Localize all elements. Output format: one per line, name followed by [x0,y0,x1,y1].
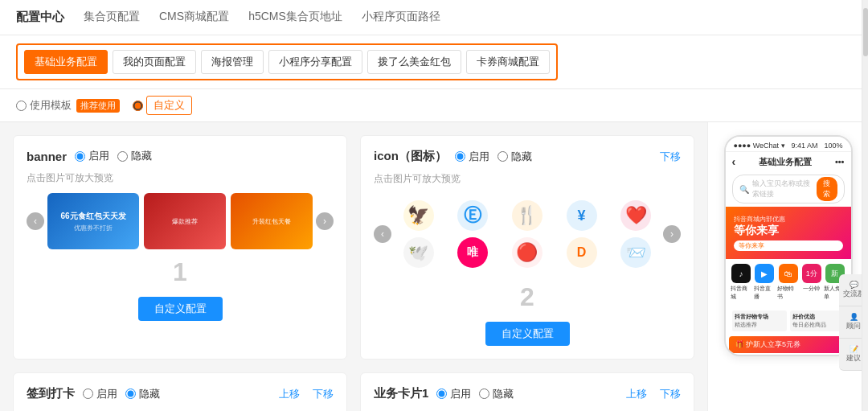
icon-prev[interactable]: ‹ [374,225,391,243]
icon-item-7[interactable]: 唯 [449,237,497,268]
toolbar: 基础业务配置 我的页面配置 海报管理 小程序分享配置 拨了么美金红包 卡券商城配… [0,35,868,89]
phone-time: 9:41 AM [792,142,818,150]
icon-bird: 🕊️ [403,237,434,268]
icon-d: D [567,237,597,268]
phone-banner-sub: 抖音商城内部优惠 [734,215,843,224]
phone-icon-label-2: 抖音直播 [754,285,776,301]
phone-icon-live: ▶ [755,264,774,283]
biz-down-link[interactable]: 下移 [660,387,681,401]
promo-title-1: 抖音好物专场 [735,313,784,321]
phone-coupon: 🎁 护新人立享5元券 [729,336,848,353]
nav-item-2[interactable]: CMS商城配置 [159,0,229,35]
icon-meituan: 🔴 [512,237,542,268]
phone-icon-label-4: 一分钟 [803,285,820,293]
banner-num-area: 1 自定义配置 [27,257,334,321]
main-content: banner 启用 隐藏 点击图片可放大预览 ‹ 66元食红包天 [0,122,868,411]
icon-radio-off[interactable]: 隐藏 [497,150,532,164]
nav-item-1[interactable]: 集合页配置 [84,0,140,35]
banner-img-3[interactable]: 升装红包天餐 [231,193,313,249]
top-nav: 配置中心 集合页配置 CMS商城配置 h5CMS集合页地址 小程序页面路径 [0,0,868,35]
icon-next[interactable]: › [663,225,681,243]
cards-grid: banner 启用 隐藏 点击图片可放大预览 ‹ 66元食红包天 [13,135,694,360]
banner-img-2[interactable]: 爆款推荐 [144,193,226,249]
phone-title-bar: ‹ 基础业务配置 ••• [726,152,851,171]
icon-item-6[interactable]: 🕊️ [395,237,443,268]
phone-carrier: ●●●● WeChat ▾ [734,142,785,150]
phone-icon-label-1: 抖音商城 [731,285,752,301]
promo-title-2: 好价优选 [792,313,842,321]
business-title: 业务卡片1 [374,386,428,401]
btn-mypage[interactable]: 我的页面配置 [113,50,196,74]
icon-item-4[interactable]: ¥ [558,200,606,231]
sign-radio-off[interactable]: 隐藏 [125,387,160,401]
phone-search-bar[interactable]: 🔍 输入宝贝名称或搜索链接 搜索 [732,175,845,203]
icon-item-8[interactable]: 🔴 [503,237,551,268]
icon-radio-on[interactable]: 启用 [455,150,489,164]
business-card: 业务卡片1 启用 隐藏 上移 下移 点击图片可放大预览 升装红包天餐 [360,372,694,411]
sign-down-link[interactable]: 下移 [313,387,334,401]
phone-mockup: ●●●● WeChat ▾ 9:41 AM 100% ‹ 基础业务配置 ••• … [724,135,853,356]
phone-back-icon[interactable]: ‹ [732,155,736,168]
banner-area: ‹ 66元食红包天天发 优惠券不打折 爆款推荐 升装红包天餐 › [27,193,334,249]
banner-title: banner [27,150,67,163]
banner-prev[interactable]: ‹ [27,212,44,230]
phone-banner-cta[interactable]: 等你来享 [734,240,843,251]
promo-sub-2: 每日必抢商品 [792,321,842,329]
phone-promo-area: 抖音好物专场 精选推荐 好价优选 每日必抢商品 [729,307,848,335]
coupon-icon: 🎁 [735,340,744,348]
icon-item-9[interactable]: D [558,237,606,268]
nav-title[interactable]: 配置中心 [16,10,64,25]
icon-item-10[interactable]: 📨 [612,237,660,268]
biz-radio-on[interactable]: 启用 [436,387,471,401]
banner-img-1[interactable]: 66元食红包天天发 优惠券不打折 [47,193,139,249]
icon-item-1[interactable]: 🦅 [395,200,443,231]
sign-radio-on[interactable]: 启用 [83,387,117,401]
bottom-cards: 签到打卡 启用 隐藏 上移 下移 点击图片可放大预览 预览区域 [13,372,694,411]
icon-heart: ❤️ [620,200,651,231]
suggest-label: 建议 [846,353,861,364]
icon-hint: 点击图片可放大预览 [374,172,681,186]
phone-icons-row: ♪ 抖音商城 ▶ 抖音直播 🛍 好物特书 1分 一分钟 新 新人免单 [726,259,851,306]
banner-card-header: banner 启用 隐藏 [27,149,334,163]
sign-card: 签到打卡 启用 隐藏 上移 下移 点击图片可放大预览 预览区域 [13,372,347,411]
advisor-icon: 👤 [850,313,858,321]
left-panel: banner 启用 隐藏 点击图片可放大预览 ‹ 66元食红包天 [0,122,707,411]
scrollbar[interactable] [862,0,868,411]
phone-icon-4: 1分 一分钟 [800,264,822,301]
biz-radio-off[interactable]: 隐藏 [479,387,514,401]
nav-item-4[interactable]: 小程序页面路径 [362,0,440,35]
btn-basic[interactable]: 基础业务配置 [24,50,108,74]
phone-icon-2: ▶ 抖音直播 [754,264,776,301]
phone-menu-icon[interactable]: ••• [835,157,845,166]
banner-next[interactable]: › [316,212,334,230]
nav-item-3[interactable]: h5CMS集合页地址 [248,0,342,35]
btn-redpack[interactable]: 拨了么美金红包 [367,50,461,74]
sign-up-link[interactable]: 上移 [279,387,300,401]
btn-share[interactable]: 小程序分享配置 [268,50,362,74]
icon-item-2[interactable]: Ⓔ [449,200,497,231]
icon-down-link[interactable]: 下移 [660,150,681,164]
search-placeholder: 输入宝贝名称或搜索链接 [752,179,813,199]
group-icon: 💬 [850,281,858,289]
use-template-radio[interactable]: 使用模板 推荐使用 [16,98,120,113]
icon-grid: 🦅 Ⓔ 🍴 ¥ ❤️ [395,200,660,268]
recommend-tag: 推荐使用 [76,99,120,113]
sign-title: 签到打卡 [27,386,75,401]
phone-search-btn[interactable]: 搜索 [817,177,837,201]
banner-radio-off[interactable]: 隐藏 [117,149,152,163]
search-icon: 🔍 [739,185,749,194]
icon-item-3[interactable]: 🍴 [503,200,551,231]
custom-radio-label[interactable]: 自定义 [133,96,192,115]
banner-radio-on[interactable]: 启用 [75,149,109,163]
btn-poster[interactable]: 海报管理 [201,50,264,74]
icon-custom-btn[interactable]: 自定义配置 [485,322,570,346]
icon-item-5[interactable]: ❤️ [612,200,660,231]
coupon-text: 护新人立享5元券 [746,340,800,348]
phone-icon-3: 🛍 好物特书 [777,264,799,301]
advisor-label: 顾问 [846,321,861,331]
phone-status-bar: ●●●● WeChat ▾ 9:41 AM 100% [726,137,851,152]
btn-coupon[interactable]: 卡券商城配置 [466,50,550,74]
banner-custom-btn[interactable]: 自定义配置 [138,297,223,321]
phone-icon-minute: 1分 [802,264,821,283]
biz-up-link[interactable]: 上移 [626,387,647,401]
